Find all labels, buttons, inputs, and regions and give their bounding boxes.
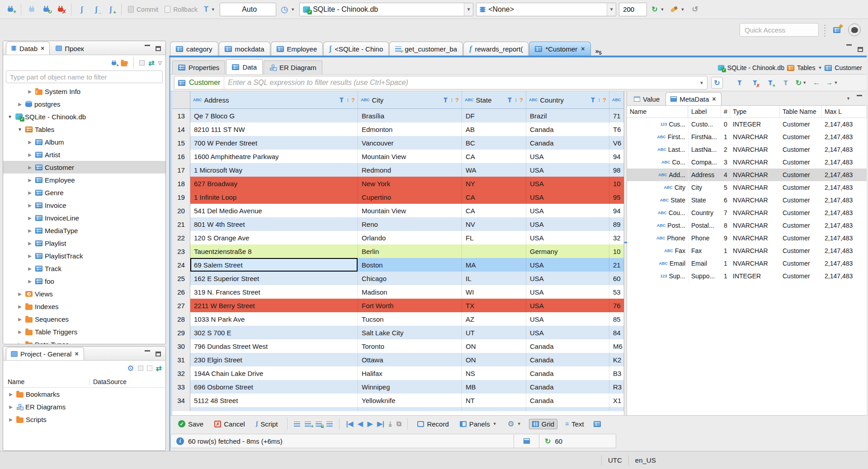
row-number[interactable]: 32 (172, 366, 190, 380)
cell-city[interactable]: Reno (358, 217, 462, 231)
minimize-icon[interactable] (145, 350, 150, 352)
expand-arrow-icon[interactable]: ▶ (17, 304, 23, 309)
tree-item-genre[interactable]: ▶Genre (3, 186, 165, 199)
panel-toggle-box[interactable] (514, 434, 539, 448)
row-number[interactable]: 13 (172, 109, 190, 122)
cell-state[interactable] (462, 244, 526, 258)
cell-city[interactable]: Vancouver (358, 136, 462, 150)
editor-tab-get-customer-ba[interactable]: ✓get_customer_ba (389, 42, 463, 56)
row-number[interactable]: 24 (172, 258, 190, 272)
last-page-icon[interactable]: ▶| (377, 420, 384, 428)
panels-button[interactable]: Panels▼ (457, 419, 500, 429)
expand-arrow-icon[interactable]: ▶ (17, 102, 23, 107)
tree-item-foo[interactable]: ▶foo (3, 275, 165, 287)
filters-menu-icon[interactable] (734, 77, 745, 89)
sql-editor-icon[interactable]: ʃ (76, 4, 88, 15)
cell-extra[interactable]: X1 (609, 394, 624, 407)
editor-tab-sqlite-chino[interactable]: ʃ<SQLite - Chino (323, 42, 389, 56)
cell-country[interactable]: Canada (526, 122, 609, 136)
cell-city[interactable]: Chicago (358, 272, 462, 285)
cell-country[interactable]: Germany (526, 244, 609, 258)
editor-tab-category[interactable]: category (170, 42, 218, 56)
remove-filter-icon[interactable]: ✗ (749, 77, 761, 89)
reconnect-icon[interactable]: ↻ (40, 4, 52, 15)
delete-row-icon[interactable] (326, 422, 333, 427)
tree-item-table-triggers[interactable]: ▶Table Triggers (3, 325, 165, 338)
cell-country[interactable]: Canada (526, 339, 609, 353)
add-filter-icon[interactable]: + (764, 77, 776, 89)
collapse-arrow-icon[interactable]: ▼ (17, 127, 23, 132)
open-sql-editor-icon[interactable]: ʃ→ (90, 4, 102, 15)
cell-state[interactable]: CA (462, 204, 526, 217)
column-header-clipped[interactable]: ABC (609, 91, 624, 108)
cell-address[interactable]: 627 Broadway (190, 177, 358, 190)
undo-navigation-icon[interactable]: ↺ (689, 4, 701, 15)
row-number[interactable]: 27 (172, 299, 190, 312)
close-icon[interactable]: × (74, 351, 79, 357)
cell-country[interactable]: USA (526, 285, 609, 299)
apply-filter-icon[interactable]: ↻ (711, 77, 723, 89)
tree-item-postgres[interactable]: ▶postgres (3, 98, 165, 110)
cell-address[interactable]: 230 Elgin Street (190, 353, 358, 366)
tree-item-playlist[interactable]: ▶Playlist (3, 237, 165, 249)
connection-combo[interactable]: SQLite - Chinook.db ▼ (299, 3, 473, 16)
cell-extra[interactable]: 89 (609, 217, 624, 231)
first-page-icon[interactable]: |◀ (346, 420, 353, 428)
minimize-icon[interactable] (857, 95, 862, 96)
fetch-size-input[interactable] (619, 3, 647, 16)
panel-splitter[interactable]: ◂▸ (624, 91, 627, 415)
cell-country[interactable]: USA (526, 190, 609, 204)
cell-state[interactable]: NS (462, 366, 526, 380)
cell-city[interactable]: Salt Lake City (358, 326, 462, 339)
quick-filter-icon[interactable]: ? (519, 97, 523, 103)
metadata-row-lastna[interactable]: ABCLast...LastNa...2NVARCHARCustomer2,14… (627, 143, 867, 156)
maximize-icon[interactable] (156, 46, 161, 51)
cell-address[interactable]: 796 Dundas Street West (190, 339, 358, 353)
expand-arrow-icon[interactable]: ▶ (17, 329, 23, 334)
collapse-all-icon[interactable] (138, 366, 143, 371)
metadata-row-state[interactable]: ABCStateState6NVARCHARCustomer2,147,483 (627, 194, 867, 206)
cell-city[interactable]: Fort Worth (358, 299, 462, 312)
cell-state[interactable]: UT (462, 326, 526, 339)
cell-address[interactable]: 801 W 4th Street (190, 217, 358, 231)
cell-country[interactable]: USA (526, 150, 609, 163)
filter-funnel-icon[interactable] (443, 98, 448, 103)
navigator-filter-input[interactable] (6, 70, 163, 83)
cell-country[interactable]: USA (526, 312, 609, 326)
dbeaver-perspective-icon[interactable]: ◆ (831, 24, 843, 36)
metadata-row-address[interactable]: ABCAdd...Address4NVARCHARCustomer2,147,4… (627, 169, 867, 181)
expand-arrow-icon[interactable]: ▶ (8, 417, 14, 422)
editor-tab-customer[interactable]: *Customer× (529, 42, 591, 56)
new-sql-editor-icon[interactable]: ʃ+ (105, 4, 117, 15)
cell-address[interactable]: 1 Microsoft Way (190, 163, 358, 177)
filter-history-dropdown-icon[interactable]: ▼ (696, 76, 707, 89)
cell-address[interactable]: 120 S Orange Ave (190, 231, 358, 244)
cell-extra[interactable]: 76 (609, 299, 624, 312)
cell-state[interactable]: ON (462, 353, 526, 366)
tab-projects[interactable]: Проек (51, 42, 89, 55)
cell-city[interactable]: Halifax (358, 366, 462, 380)
cell-state[interactable]: BC (462, 136, 526, 150)
column-table-name[interactable]: Table Name (780, 106, 822, 117)
close-icon[interactable]: × (40, 45, 45, 52)
quick-filter-icon[interactable]: ? (351, 97, 355, 103)
tab-project-general[interactable]: Project - General × (6, 347, 84, 360)
row-number[interactable]: 19 (172, 190, 190, 204)
cell-city[interactable]: Mountain View (358, 150, 462, 163)
cell-address[interactable]: 1 Infinite Loop (190, 190, 358, 204)
metadata-row-compa[interactable]: ABCCo...Compa...3NVARCHARCustomer2,147,4… (627, 156, 867, 169)
subtab-properties[interactable]: Properties (172, 61, 225, 74)
cell-address[interactable]: 696 Osborne Street (190, 380, 358, 394)
cell-country[interactable]: Canada (526, 366, 609, 380)
cell-address[interactable]: 302 S 700 E (190, 326, 358, 339)
tree-item-sequences[interactable]: ▶Sequences (3, 313, 165, 325)
cell-city[interactable]: Winnipeg (358, 380, 462, 394)
row-number[interactable]: 18 (172, 177, 190, 190)
copy-row-icon[interactable]: ⇊ (316, 422, 322, 427)
cell-country[interactable]: USA (526, 272, 609, 285)
cell-extra[interactable]: M6 (609, 339, 624, 353)
project-item-scripts[interactable]: ▶Scripts (3, 413, 165, 426)
row-number[interactable]: 14 (172, 122, 190, 136)
cell-city[interactable]: Boston (358, 258, 462, 272)
cell-city[interactable]: Ottawa (358, 353, 462, 366)
